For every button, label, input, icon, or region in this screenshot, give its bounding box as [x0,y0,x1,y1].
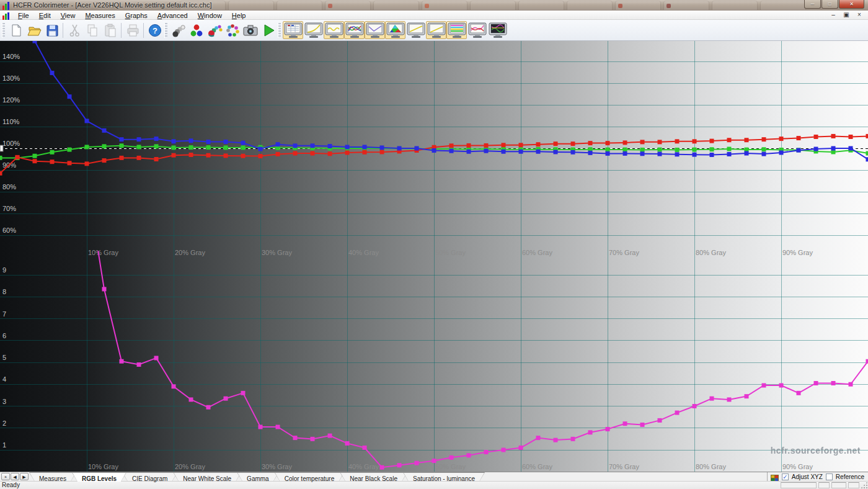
minimize-button[interactable]: ─ [804,0,821,9]
tab-near-white-scale[interactable]: Near White Scale [173,472,241,482]
view-near-white-button[interactable] [405,21,426,39]
tabbar-close-button[interactable]: × [1,473,10,480]
measure-gamut-button[interactable] [223,21,241,39]
svg-text:7: 7 [2,310,6,318]
mdi-close-button[interactable]: × [856,11,863,19]
view-color-curves-button[interactable] [467,21,487,39]
hcfr-app-icon [2,1,11,9]
snapshot-camera-button[interactable] [241,21,259,39]
tab-scroll-left-button[interactable]: ◀ [11,473,19,480]
tab-saturation-luminance[interactable]: Saturation - luminance [403,472,485,482]
background-tab [663,1,709,10]
svg-text:?: ? [153,26,157,35]
background-tab [277,1,322,10]
mdi-minimize-button[interactable]: – [830,11,837,19]
view-rgb-wave-button[interactable] [324,21,344,39]
svg-text:100%: 100% [2,140,20,147]
svg-text:4: 4 [2,375,6,383]
menu-window[interactable]: Window [193,12,227,19]
measure-primaries-button[interactable] [187,21,205,39]
close-button[interactable]: ✕ [839,0,864,9]
svg-text:40% Gray: 40% Gray [348,463,379,470]
hcfr-watermark: hcfr.sourceforge.net [771,446,861,455]
tab-navigation: ×◀▶ [0,472,30,481]
help-button[interactable]: ? [146,21,164,39]
view-luminance-button[interactable] [365,21,385,39]
menu-measures[interactable]: Measures [80,12,120,19]
reference-label: Reference [836,473,864,480]
toolbar-grip[interactable] [278,23,281,38]
menu-view[interactable]: View [56,12,81,19]
menu-file[interactable]: File [13,12,34,19]
hcfr-main-window: HCFR Colorimeter - [Acer V226HQL Movie s… [0,0,868,489]
measure-grayscale-button[interactable] [169,21,187,39]
toolbar: ? [0,20,868,41]
background-tab [615,1,661,10]
menu-graphs[interactable]: Graphs [120,12,153,19]
svg-text:80% Gray: 80% Gray [696,249,726,256]
copy-button[interactable] [83,21,101,39]
svg-text:140%: 140% [2,53,20,60]
graph-tabbar: ×◀▶ MeasuresRGB LevelsCIE DiagramNear Wh… [0,472,868,481]
tab-measures[interactable]: Measures [29,472,76,482]
toolbar-group [277,21,508,40]
save-file-button[interactable] [43,21,61,39]
toolbar-grip[interactable] [164,23,167,38]
background-tab [567,1,613,10]
menu-edit[interactable]: Edit [34,12,56,19]
menu-help[interactable]: Help [227,12,251,19]
paste-button[interactable] [101,21,119,39]
new-document-button[interactable] [7,21,25,39]
tab-rgb-levels[interactable]: RGB Levels [72,472,126,482]
run-measures-button[interactable] [259,21,277,39]
restore-button[interactable]: □ [822,0,838,9]
svg-text:40% Gray: 40% Gray [348,249,379,256]
toolbar-group [119,21,141,40]
view-cie-diagram-button[interactable] [385,21,405,39]
svg-text:80%: 80% [2,183,16,191]
tab-scroll-right-button[interactable]: ▶ [20,473,29,480]
toolbar-group [164,21,277,40]
background-tab [760,1,806,10]
toolbar-grip[interactable] [2,23,5,38]
tab-color-temperature[interactable]: Color temperature [275,472,345,482]
svg-text:3: 3 [2,398,6,405]
view-saturation-stripes-button[interactable] [446,21,467,39]
status-panel [781,482,817,488]
svg-text:120%: 120% [2,96,20,104]
tab-near-black-scale[interactable]: Near Black Scale [340,472,407,482]
document-icon [2,11,11,19]
reference-checkbox[interactable] [826,473,833,480]
view-gamma-curve-button[interactable] [303,21,324,39]
open-file-button[interactable] [25,21,43,39]
svg-text:90% Gray: 90% Gray [782,249,813,256]
adjust-xyz-checkbox[interactable]: ✓ [782,473,789,480]
menubar: FileEditViewMeasuresGraphsAdvancedWindow… [0,11,868,20]
svg-text:9: 9 [2,266,6,274]
view-near-black-button[interactable] [426,21,446,39]
toolbar-separator [143,23,144,38]
view-measures-table-button[interactable] [283,21,303,39]
svg-text:70% Gray: 70% Gray [609,249,639,256]
view-rgb-levels-button[interactable] [344,21,365,39]
cut-button[interactable] [65,21,83,39]
view-composite-dark-button[interactable] [487,21,508,39]
measure-saturations-button[interactable] [205,21,223,39]
tab-gamma[interactable]: Gamma [237,472,279,482]
toolbar-group [61,21,119,40]
menu-advanced[interactable]: Advanced [153,12,193,19]
resize-grip[interactable] [860,481,868,489]
svg-text:70% Gray: 70% Gray [609,463,639,470]
tab-cie-diagram[interactable]: CIE Diagram [122,472,177,482]
svg-text:8: 8 [2,288,6,295]
print-button[interactable] [123,21,141,39]
mdi-restore-button[interactable]: ▣ [843,11,850,19]
status-panel [848,482,859,488]
chart-options: ✓ Adjust XYZ Reference [767,472,868,482]
background-tab [325,1,371,10]
status-panel [818,482,830,488]
menu-items: FileEditViewMeasuresGraphsAdvancedWindow… [13,9,251,20]
background-tab [712,1,758,10]
svg-text:1: 1 [2,441,6,449]
status-panel [831,482,846,488]
